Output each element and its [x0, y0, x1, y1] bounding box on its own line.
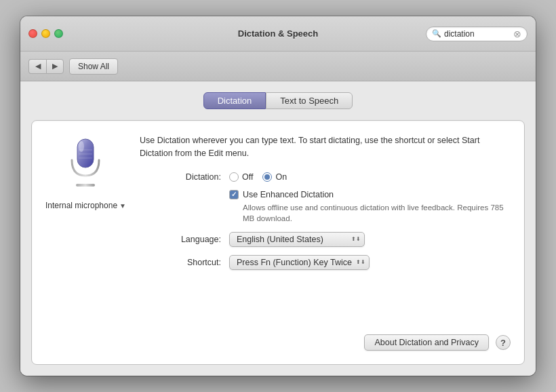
- enhanced-label: Use Enhanced Dictation: [243, 190, 334, 199]
- bottom-actions: About Dictation and Privacy ?: [45, 328, 511, 351]
- description-text: Use Dictation wherever you can type text…: [140, 134, 511, 160]
- dictation-on-option[interactable]: On: [262, 172, 287, 182]
- enhanced-checkbox-row: Use Enhanced Dictation: [229, 190, 511, 199]
- dictation-panel: Internal microphone ▼ Use Dictation wher…: [31, 120, 525, 365]
- nav-group: ◀ ▶: [28, 59, 64, 74]
- language-label: Language:: [140, 235, 221, 244]
- language-row: Language: English (United States): [140, 232, 511, 247]
- mic-icon: [62, 134, 109, 195]
- shortcut-select-wrapper: Press Fn (Function) Key Twice: [229, 255, 370, 270]
- svg-point-1: [79, 141, 84, 152]
- enhanced-checkbox[interactable]: [229, 190, 239, 199]
- search-clear-icon[interactable]: ⊗: [513, 28, 521, 39]
- dictation-off-option[interactable]: Off: [229, 172, 253, 182]
- mic-dropdown-arrow: ▼: [119, 202, 126, 210]
- language-select[interactable]: English (United States): [229, 232, 365, 247]
- mic-label[interactable]: Internal microphone ▼: [45, 201, 126, 210]
- titlebar: Dictation & Speech 🔍 ⊗: [20, 16, 536, 52]
- enhanced-description: Allows offline use and continuous dictat…: [243, 202, 511, 224]
- tab-bar: Dictation Text to Speech: [203, 92, 353, 109]
- search-icon: 🔍: [432, 29, 441, 38]
- panel-content: Internal microphone ▼ Use Dictation wher…: [45, 134, 511, 278]
- window-title: Dictation & Speech: [238, 28, 318, 39]
- tab-text-to-speech[interactable]: Text to Speech: [266, 92, 353, 109]
- maximize-button[interactable]: [54, 29, 63, 38]
- main-window: Dictation & Speech 🔍 ⊗ ◀ ▶ Show All Dict…: [20, 16, 536, 376]
- enhanced-dictation-row: Use Enhanced Dictation Allows offline us…: [229, 190, 511, 224]
- traffic-lights: [28, 29, 63, 38]
- dictation-off-radio[interactable]: [229, 172, 239, 182]
- shortcut-row: Shortcut: Press Fn (Function) Key Twice: [140, 255, 511, 270]
- dictation-on-label: On: [275, 172, 287, 182]
- settings-section: Use Dictation wherever you can type text…: [140, 134, 511, 278]
- svg-rect-6: [76, 184, 95, 187]
- toolbar: ◀ ▶ Show All: [20, 52, 536, 81]
- show-all-button[interactable]: Show All: [69, 58, 118, 75]
- shortcut-select[interactable]: Press Fn (Function) Key Twice: [229, 255, 370, 270]
- shortcut-label: Shortcut:: [140, 258, 221, 267]
- dictation-radio-group: Off On: [229, 172, 287, 182]
- back-button[interactable]: ◀: [28, 59, 46, 74]
- dictation-on-radio[interactable]: [262, 172, 272, 182]
- tab-dictation[interactable]: Dictation: [203, 92, 266, 109]
- close-button[interactable]: [28, 29, 37, 38]
- mic-section: Internal microphone ▼: [45, 134, 126, 278]
- content-area: Dictation Text to Speech: [20, 81, 536, 376]
- dictation-toggle-row: Dictation: Off On: [140, 172, 511, 182]
- about-dictation-button[interactable]: About Dictation and Privacy: [364, 334, 489, 351]
- dictation-field-label: Dictation:: [140, 172, 221, 182]
- help-button[interactable]: ?: [496, 335, 511, 350]
- search-box: 🔍 ⊗: [426, 26, 528, 41]
- dictation-off-label: Off: [242, 172, 253, 182]
- forward-button[interactable]: ▶: [46, 59, 64, 74]
- language-select-wrapper: English (United States): [229, 232, 365, 247]
- minimize-button[interactable]: [41, 29, 50, 38]
- titlebar-right: 🔍 ⊗: [426, 26, 528, 41]
- search-input[interactable]: [444, 29, 511, 39]
- mic-label-text: Internal microphone: [45, 201, 117, 210]
